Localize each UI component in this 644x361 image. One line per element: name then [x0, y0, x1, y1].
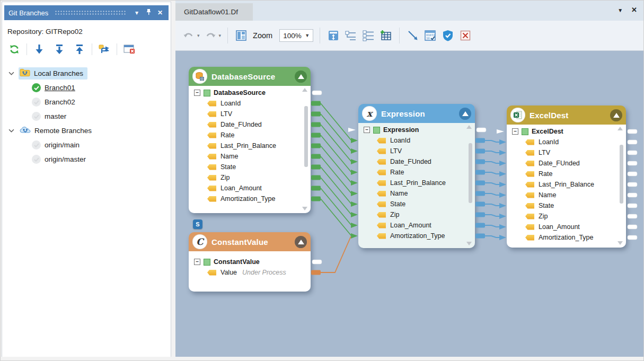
branch-item-origin-main[interactable]: origin/main: [2, 138, 171, 152]
node-header[interactable]: DatabaseSource: [189, 67, 311, 86]
node-databasesource[interactable]: DatabaseSource–DatabaseSourceLoanIdLTVDa…: [189, 67, 311, 213]
preview-data-icon[interactable]: 0103110: [424, 29, 437, 42]
pull-button[interactable]: [50, 41, 68, 57]
fit-height-icon[interactable]: [327, 29, 340, 42]
list-scrollbar-thumb[interactable]: [304, 106, 308, 167]
field-row-date_funded[interactable]: Date_FUnded: [189, 119, 311, 130]
tree-group-item-local-branches[interactable]: Local Branches: [19, 67, 87, 80]
field-row-loanid[interactable]: LoanId: [507, 137, 626, 147]
field-row-amortization_type[interactable]: Amortization_Type: [358, 231, 475, 241]
tab-close-icon[interactable]: ✕: [631, 6, 637, 14]
field-row-loan_amount[interactable]: Loan_Amount: [507, 222, 626, 232]
add-table-icon[interactable]: [379, 29, 393, 42]
checkout-branch-button[interactable]: [30, 41, 48, 57]
panel-pin-icon[interactable]: [144, 8, 153, 17]
node-root-row[interactable]: –ConstantValue: [189, 257, 311, 267]
align-levels-icon[interactable]: [344, 29, 358, 42]
field-row-ltv[interactable]: LTV: [507, 147, 626, 158]
field-row-zip[interactable]: Zip: [189, 172, 311, 183]
field-row-loanid[interactable]: LoanId: [189, 98, 311, 109]
list-scroll-down-icon[interactable]: [617, 241, 623, 245]
field-row-name[interactable]: Name: [507, 190, 626, 200]
redo-button[interactable]: [204, 29, 217, 42]
delete-object-icon[interactable]: [458, 29, 472, 42]
field-row-zip[interactable]: Zip: [358, 209, 475, 220]
node-root-row[interactable]: –ExcelDest: [507, 126, 626, 137]
expand-chevron-icon[interactable]: [7, 128, 15, 134]
undo-button[interactable]: [182, 29, 196, 42]
field-row-loanid[interactable]: LoanId: [358, 135, 475, 146]
zoom-select[interactable]: 100% ▼: [279, 29, 313, 42]
collapse-node-button[interactable]: [610, 109, 622, 121]
undo-dropdown-chevron-icon[interactable]: ▾: [197, 33, 200, 38]
field-row-rate[interactable]: Rate: [358, 167, 475, 178]
node-root-row[interactable]: –Expression: [358, 125, 475, 135]
list-scrollbar-thumb[interactable]: [620, 145, 623, 204]
draw-link-icon[interactable]: [406, 29, 420, 42]
node-header[interactable]: xExpression: [358, 104, 475, 123]
field-row-date_funded[interactable]: Date_FUnded: [358, 156, 475, 167]
field-row-ltv[interactable]: LTV: [189, 109, 311, 119]
branch-item-origin-master[interactable]: origin/master: [2, 152, 171, 166]
node-exceldest[interactable]: ExcelDest–ExcelDestLoanIdLTVDate_FUndedR…: [507, 105, 626, 248]
push-button[interactable]: [70, 41, 89, 57]
tab-list-chevron-down-icon[interactable]: ▼: [617, 6, 623, 14]
node-constantvalue[interactable]: CConstantValue–ConstantValueValueUnder P…: [189, 232, 311, 292]
field-row-name[interactable]: Name: [358, 188, 475, 199]
field-row-rate[interactable]: Rate: [189, 130, 311, 140]
field-row-amortization_type[interactable]: Amortization_Type: [507, 232, 626, 243]
git-panel-titlebar[interactable]: Git Branches ▾ ✕: [4, 5, 169, 20]
list-scrollbar-thumb[interactable]: [469, 143, 472, 203]
field-row-zip[interactable]: Zip: [507, 211, 626, 222]
branch-item-branch01[interactable]: Branch01: [2, 81, 171, 95]
field-row-state[interactable]: State: [507, 200, 626, 211]
collapse-node-button[interactable]: [295, 71, 307, 83]
field-row-last_prin_balance[interactable]: Last_Prin_Balance: [358, 178, 475, 188]
field-row-date_funded[interactable]: Date_FUnded: [507, 158, 626, 169]
collapse-node-button[interactable]: [295, 236, 307, 248]
list-scroll-up-icon[interactable]: [302, 88, 307, 92]
field-row-loan_amount[interactable]: Loan_Amount: [358, 220, 475, 231]
panel-close-icon[interactable]: ✕: [156, 9, 164, 16]
field-row-ltv[interactable]: LTV: [358, 146, 475, 156]
node-root-row[interactable]: –DatabaseSource: [189, 87, 311, 98]
field-row-loan_amount[interactable]: Loan_Amount: [189, 183, 311, 193]
align-outline-icon[interactable]: [361, 29, 375, 42]
collapse-minus-icon[interactable]: –: [194, 90, 200, 96]
expand-chevron-icon[interactable]: [7, 71, 15, 76]
list-scroll-up-icon[interactable]: [466, 125, 472, 129]
field-row-name[interactable]: Name: [189, 151, 311, 162]
tree-group-row[interactable]: Remote Branches: [2, 124, 171, 138]
collapse-minus-icon[interactable]: –: [194, 259, 200, 265]
layout-options-icon[interactable]: [234, 29, 248, 42]
branch-item-branch02[interactable]: Branch02: [2, 95, 171, 109]
node-header[interactable]: ExcelDest: [507, 105, 626, 125]
tab-gitdataflow01[interactable]: GitDataflow01.Df: [175, 3, 253, 21]
panel-menu-chevron-down-icon[interactable]: ▾: [133, 9, 141, 16]
field-row-state[interactable]: State: [189, 162, 311, 172]
tree-group-item-remote-branches[interactable]: Remote Branches: [19, 125, 96, 137]
redo-dropdown-chevron-icon[interactable]: ▾: [219, 33, 222, 38]
delete-branch-button[interactable]: [120, 41, 138, 57]
field-row-last_prin_balance[interactable]: Last_Prin_Balance: [189, 140, 311, 151]
list-scroll-down-icon[interactable]: [466, 242, 472, 245]
node-header[interactable]: CConstantValue: [189, 232, 311, 251]
node-expression[interactable]: xExpression–ExpressionLoanIdLTVDate_FUnd…: [358, 104, 475, 248]
tree-group-row[interactable]: Local Branches: [2, 66, 171, 81]
field-icon: [207, 164, 216, 170]
branch-item-master[interactable]: master: [2, 109, 171, 124]
field-row-rate[interactable]: Rate: [507, 169, 626, 179]
field-row-amortization_type[interactable]: Amortization_Type: [189, 193, 311, 204]
collapse-minus-icon[interactable]: –: [364, 127, 370, 133]
list-scroll-down-icon[interactable]: [302, 207, 307, 210]
create-branch-button[interactable]: [95, 41, 113, 57]
collapse-minus-icon[interactable]: –: [512, 128, 518, 135]
refresh-button[interactable]: [5, 41, 23, 57]
field-row-value[interactable]: ValueUnder Process: [189, 267, 311, 278]
dataflow-canvas[interactable]: S DatabaseSource–DatabaseSourceLoanIdLTV…: [175, 51, 644, 361]
field-row-last_prin_balance[interactable]: Last_Prin_Balance: [507, 179, 626, 190]
field-row-state[interactable]: State: [358, 199, 475, 209]
list-scroll-up-icon[interactable]: [617, 127, 623, 130]
verify-icon[interactable]: [441, 29, 455, 42]
collapse-node-button[interactable]: [459, 108, 471, 120]
